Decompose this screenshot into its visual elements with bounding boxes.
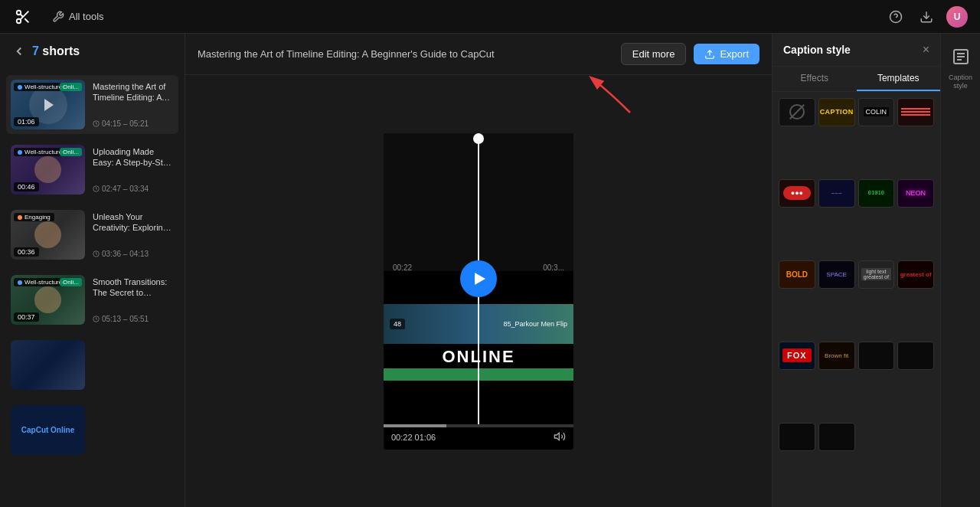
main-content: 7 shorts Well-structured Onli — [0, 34, 980, 507]
center-topbar: Mastering the Art of Timeline Editing: A… — [185, 34, 772, 75]
strip-badge: 48 — [390, 319, 405, 329]
video-info: Uploading Made Easy: A Step-by-Step Guid… — [93, 145, 174, 195]
thumbnail-wrapper — [11, 340, 85, 390]
list-item[interactable]: Well-structured Onli... 01:06 Mastering … — [6, 75, 178, 134]
video-time: 02:47 – 03:34 — [93, 185, 174, 193]
duration-badge: 00:37 — [14, 312, 39, 322]
shorts-label: shorts — [42, 44, 80, 57]
list-item[interactable]: Well-structured Onli... 00:46 Uploading … — [6, 140, 178, 199]
style-tile-dark4[interactable] — [818, 423, 855, 451]
strip-title: 85_Parkour Men Flip — [503, 320, 567, 328]
duration-badge: 00:46 — [14, 182, 39, 191]
online-badge: Onli... — [60, 148, 82, 156]
caption-style-icon — [947, 43, 975, 70]
nav-right: U — [885, 6, 968, 28]
style-tile-redpill[interactable]: ●●● — [779, 179, 815, 208]
duration-badge: 00:36 — [14, 247, 39, 257]
online-badge: Onli... — [60, 83, 82, 91]
style-tile-dark2[interactable] — [897, 342, 934, 370]
style-tile-neon[interactable]: NEON — [897, 179, 934, 208]
caption-panel-header: Caption style × — [773, 34, 940, 67]
svg-marker-14 — [554, 433, 559, 440]
caption-style-sidebar[interactable]: Caption style — [940, 34, 980, 507]
list-item[interactable]: CapCut Online — [6, 401, 178, 460]
shorts-count: 7 — [32, 44, 39, 57]
caption-styles-grid: CAPTION COLIN ●●● — [773, 92, 940, 507]
svg-line-3 — [24, 18, 28, 22]
video-info — [93, 340, 174, 390]
style-tile-darkred[interactable]: greatest of — [897, 260, 934, 289]
caption-tabs: Effects Templates — [773, 67, 940, 92]
caption-panel: Caption style × Effects Templates CAPTIO… — [772, 34, 940, 507]
center-area: Mastering the Art of Timeline Editing: A… — [185, 34, 772, 507]
style-tile-none[interactable] — [779, 98, 815, 126]
video-title: Mastering the Art of Timeline Editing: A… — [93, 81, 174, 103]
style-tile-electric[interactable]: FOX — [779, 342, 815, 370]
panel-close-button[interactable]: × — [923, 43, 929, 57]
thumbnail-wrapper: Well-structured Onli... 00:46 — [11, 145, 85, 195]
style-tile-light[interactable]: light textgreatest of — [858, 260, 895, 289]
play-icon — [475, 273, 485, 285]
tab-templates[interactable]: Templates — [857, 67, 941, 91]
app-logo — [12, 6, 34, 28]
style-tile-brown[interactable]: Brown fit — [818, 342, 855, 370]
export-button[interactable]: Export — [694, 44, 760, 64]
list-item[interactable]: Engaging 00:36 Unleash Your Creativity: … — [6, 205, 178, 264]
back-button[interactable] — [12, 44, 26, 58]
all-tools-button[interactable]: All tools — [46, 8, 110, 26]
thumbnail-wrapper: CapCut Online — [11, 405, 85, 455]
style-tile-colin[interactable]: COLIN — [858, 98, 895, 126]
video-time: 04:15 – 05:21 — [93, 119, 174, 128]
download-button[interactable] — [916, 6, 937, 28]
style-tile-matrix[interactable]: 01010 — [858, 179, 895, 208]
tab-effects[interactable]: Effects — [773, 67, 857, 91]
style-tile-caption[interactable]: CAPTION — [818, 98, 855, 126]
video-info — [93, 405, 174, 455]
help-button[interactable] — [885, 6, 906, 28]
sidebar-list: Well-structured Onli... 01:06 Mastering … — [0, 69, 185, 507]
video-time: 03:36 – 04:13 — [93, 250, 174, 258]
video-title: Smooth Transitions: The Secret to Seamle… — [93, 276, 174, 299]
style-tile-stripe[interactable] — [897, 98, 934, 126]
video-time: 05:13 – 05:51 — [93, 315, 174, 323]
thumbnail-wrapper: Well-structured Onli... 01:06 — [11, 80, 85, 129]
video-info: Mastering the Art of Timeline Editing: A… — [93, 80, 174, 129]
video-player: 00:22 00:3... 48 85_Parkour Men Flip ONL… — [384, 133, 573, 450]
svg-line-4 — [20, 14, 23, 17]
video-info: Smooth Transitions: The Secret to Seamle… — [93, 275, 174, 325]
volume-button[interactable] — [554, 430, 566, 445]
play-button[interactable] — [460, 260, 497, 297]
online-badge: Onli... — [60, 278, 82, 286]
list-item[interactable]: Well-structured Onli... 00:37 Smooth Tra… — [6, 270, 178, 329]
caption-panel-title: Caption style — [783, 44, 851, 56]
sidebar: 7 shorts Well-structured Onli — [0, 34, 185, 507]
sidebar-title: 7 shorts — [32, 44, 80, 58]
style-tile-dark1[interactable] — [858, 342, 895, 370]
edit-more-button[interactable]: Edit more — [621, 43, 687, 65]
all-tools-label: All tools — [69, 11, 104, 22]
sidebar-header: 7 shorts — [0, 34, 185, 69]
style-tile-space[interactable]: SPACE — [818, 260, 855, 289]
avatar[interactable]: U — [946, 6, 968, 28]
player-controls: 00:22 01:06 — [384, 427, 573, 450]
player-area: 00:22 00:3... 48 85_Parkour Men Flip ONL… — [185, 75, 772, 507]
duration-badge: 01:06 — [14, 117, 39, 126]
video-title-label: Mastering the Art of Timeline Editing: A… — [198, 48, 495, 60]
style-tile-orange[interactable]: BOLD — [779, 260, 815, 289]
style-tile-purple[interactable]: ~~~ — [818, 179, 855, 208]
video-title: Unleash Your Creativity: Exploring the M… — [93, 211, 174, 234]
svg-point-1 — [17, 18, 21, 23]
style-tile-dark3[interactable] — [779, 423, 815, 451]
caption-style-label: Caption style — [941, 74, 980, 90]
export-label: Export — [720, 48, 749, 60]
list-item[interactable] — [6, 335, 178, 394]
time-display: 00:22 01:06 — [391, 433, 436, 442]
svg-point-0 — [17, 10, 21, 15]
thumbnail-wrapper: Well-structured Onli... 00:37 — [11, 275, 85, 325]
topbar-actions: Edit more Export — [621, 43, 760, 65]
badge: Engaging — [14, 213, 54, 221]
video-title: Uploading Made Easy: A Step-by-Step Guid… — [93, 146, 174, 168]
player-viewport: 00:22 00:3... 48 85_Parkour Men Flip ONL… — [384, 133, 573, 424]
thumbnail-wrapper: Engaging 00:36 — [11, 210, 85, 260]
video-info: Unleash Your Creativity: Exploring the M… — [93, 210, 174, 260]
